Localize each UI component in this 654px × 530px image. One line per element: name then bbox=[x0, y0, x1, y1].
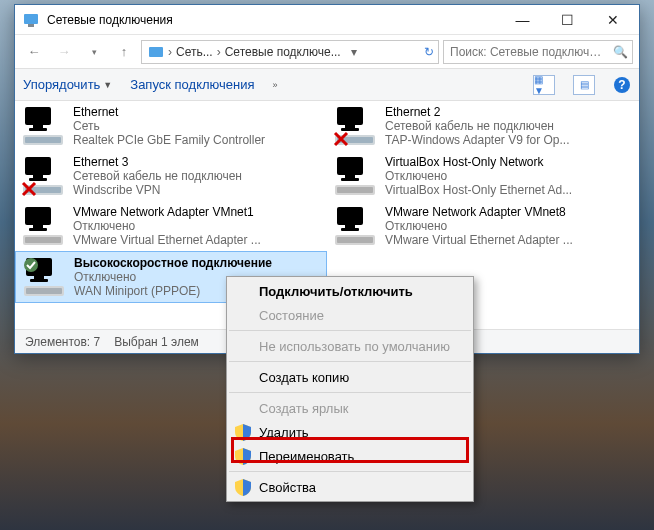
adapter-vmnet8[interactable]: VMware Network Adapter VMnet8 Отключено … bbox=[327, 201, 639, 251]
adapter-vmnet1[interactable]: VMware Network Adapter VMnet1 Отключено … bbox=[15, 201, 327, 251]
up-button[interactable]: ↑ bbox=[111, 39, 137, 65]
cm-delete[interactable]: Удалить bbox=[227, 420, 473, 444]
window-title: Сетевые подключения bbox=[47, 13, 500, 27]
titlebar[interactable]: Сетевые подключения — ☐ ✕ bbox=[15, 5, 639, 35]
view-button-2[interactable]: ▤ bbox=[573, 75, 595, 95]
app-icon bbox=[23, 12, 39, 28]
status-selected: Выбран 1 элем bbox=[114, 335, 199, 349]
refresh-icon[interactable]: ↻ bbox=[424, 45, 434, 59]
cm-properties[interactable]: Свойства bbox=[227, 475, 473, 499]
shield-icon bbox=[235, 424, 251, 441]
maximize-button[interactable]: ☐ bbox=[545, 6, 590, 34]
close-button[interactable]: ✕ bbox=[590, 6, 635, 34]
toolbar: Упорядочить▼ Запуск подключения » ▦ ▼ ▤ … bbox=[15, 69, 639, 101]
adapter-virtualbox[interactable]: VirtualBox Host-Only Network Отключено V… bbox=[327, 151, 639, 201]
folder-icon bbox=[148, 44, 164, 60]
start-connection-button[interactable]: Запуск подключения bbox=[130, 77, 254, 92]
status-count: Элементов: 7 bbox=[25, 335, 100, 349]
adapter-icon bbox=[21, 105, 67, 147]
forward-button[interactable]: → bbox=[51, 39, 77, 65]
shield-icon bbox=[235, 448, 251, 465]
navbar: ← → ▾ ↑ › Сеть... › Сетевые подключе... … bbox=[15, 35, 639, 69]
svg-rect-10 bbox=[28, 24, 34, 27]
recent-button[interactable]: ▾ bbox=[81, 39, 107, 65]
cm-copy[interactable]: Создать копию bbox=[227, 365, 473, 389]
search-input[interactable]: Поиск: Сетевые подключен... 🔍 bbox=[443, 40, 633, 64]
adapter-ethernet3[interactable]: Ethernet 3 Сетевой кабель не подключен W… bbox=[15, 151, 327, 201]
organize-button[interactable]: Упорядочить▼ bbox=[23, 77, 112, 92]
adapter-ethernet2[interactable]: Ethernet 2 Сетевой кабель не подключен T… bbox=[327, 101, 639, 151]
cm-shortcut: Создать ярлык bbox=[227, 396, 473, 420]
svg-rect-9 bbox=[24, 14, 38, 24]
context-menu: Подключить/отключить Состояние Не исполь… bbox=[226, 276, 474, 502]
search-placeholder: Поиск: Сетевые подключен... bbox=[450, 45, 607, 59]
cm-rename[interactable]: Переименовать bbox=[227, 444, 473, 468]
view-button-1[interactable]: ▦ ▼ bbox=[533, 75, 555, 95]
adapter-icon bbox=[333, 155, 379, 197]
adapter-icon bbox=[21, 155, 67, 197]
back-button[interactable]: ← bbox=[21, 39, 47, 65]
adapter-icon bbox=[21, 205, 67, 247]
shield-icon bbox=[235, 479, 251, 496]
cm-nodefault: Не использовать по умолчанию bbox=[227, 334, 473, 358]
breadcrumb-item-1[interactable]: Сеть... bbox=[176, 45, 213, 59]
adapter-icon bbox=[333, 205, 379, 247]
adapter-icon bbox=[22, 256, 68, 298]
minimize-button[interactable]: — bbox=[500, 6, 545, 34]
breadcrumb-item-2[interactable]: Сетевые подключе... bbox=[225, 45, 341, 59]
cm-connect[interactable]: Подключить/отключить bbox=[227, 279, 473, 303]
cm-status: Состояние bbox=[227, 303, 473, 327]
svg-rect-11 bbox=[149, 47, 163, 57]
svg-text:?: ? bbox=[618, 78, 625, 92]
toolbar-more-icon[interactable]: » bbox=[273, 80, 278, 90]
adapter-icon bbox=[333, 105, 379, 147]
breadcrumb[interactable]: › Сеть... › Сетевые подключе... ▾ ↻ bbox=[141, 40, 439, 64]
search-icon[interactable]: 🔍 bbox=[613, 45, 628, 59]
adapter-ethernet[interactable]: Ethernet Сеть Realtek PCIe GbE Family Co… bbox=[15, 101, 327, 151]
help-icon[interactable]: ? bbox=[613, 76, 631, 94]
